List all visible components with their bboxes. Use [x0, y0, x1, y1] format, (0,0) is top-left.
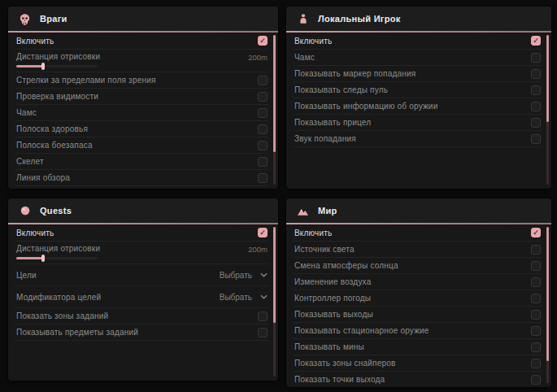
- checkbox[interactable]: [258, 124, 268, 134]
- panel-enemies-header[interactable]: Враги: [8, 7, 278, 31]
- scrollbar-thumb[interactable]: [273, 35, 276, 152]
- checkbox[interactable]: [531, 359, 541, 368]
- setting-row: Показывать маркер попадания: [294, 66, 542, 82]
- scrollbar[interactable]: [546, 227, 549, 383]
- checkbox[interactable]: [531, 326, 541, 336]
- setting-row: Дистанция отрисовки 200m: [15, 50, 268, 72]
- setting-row: Показывать предметы заданий: [15, 324, 268, 341]
- checkbox[interactable]: [531, 53, 541, 63]
- setting-label: Полоска боезапаса: [16, 141, 93, 150]
- panel-body: Включить Дистанция отрисовки 200m Цели В…: [8, 224, 278, 381]
- checkbox[interactable]: [531, 69, 541, 79]
- setting-label: Показать точки выхода: [294, 375, 385, 384]
- scrollbar-thumb[interactable]: [546, 35, 549, 122]
- setting-row: Стрелки за пределами поля зрения: [15, 72, 268, 89]
- setting-label: Включить: [294, 37, 332, 46]
- chevron-down-icon: [260, 272, 268, 277]
- checkbox[interactable]: [531, 342, 541, 352]
- panel-body: Включить Чамс Показывать маркер попадани…: [286, 33, 551, 189]
- checkbox[interactable]: [258, 328, 268, 338]
- dropdown-value: Выбрать: [220, 293, 252, 302]
- setting-row: Контроллер погоды: [294, 290, 542, 307]
- setting-row: Включить: [15, 224, 268, 242]
- checkbox[interactable]: [258, 76, 268, 85]
- setting-row: Включить: [294, 224, 542, 242]
- setting-row: Чамс: [15, 105, 268, 121]
- checkbox[interactable]: [531, 85, 541, 95]
- checkbox[interactable]: [531, 261, 541, 271]
- scrollbar[interactable]: [273, 227, 276, 377]
- setting-row: Включить: [15, 33, 268, 50]
- render-distance-slider[interactable]: [16, 65, 98, 68]
- setting-row: Показывать следы пуль: [15, 186, 268, 189]
- checkbox[interactable]: [258, 311, 268, 321]
- setting-row: Смена атмосферы солнца: [294, 258, 542, 274]
- scrollbar[interactable]: [273, 35, 276, 185]
- slider-value: 200m: [248, 245, 268, 254]
- panel-body: Включить Источник света Смена атмосферы …: [286, 224, 551, 387]
- targets-dropdown[interactable]: Выбрать: [220, 271, 268, 280]
- setting-label: Дистанция отрисовки: [16, 52, 100, 61]
- checkbox[interactable]: [258, 157, 268, 167]
- checkbox[interactable]: [531, 245, 541, 255]
- panel-local-player-header[interactable]: Локальный Игрок: [286, 7, 551, 31]
- setting-label: Полоска здоровья: [16, 124, 88, 133]
- setting-row: Показывать стационарное оружие: [294, 323, 542, 339]
- setting-row: Изменение воздуха: [294, 274, 542, 290]
- checkbox[interactable]: [258, 36, 268, 46]
- checkbox[interactable]: [531, 375, 541, 385]
- setting-row: Показать зоны снайперов: [294, 355, 542, 372]
- checkbox[interactable]: [258, 108, 268, 118]
- checkbox[interactable]: [258, 173, 268, 183]
- checkbox[interactable]: [531, 277, 541, 287]
- slider-fill: [16, 257, 43, 259]
- setting-label: Показывать предметы заданий: [16, 328, 138, 337]
- checkbox[interactable]: [258, 92, 268, 102]
- setting-label: Показывать информацию об оружии: [294, 102, 437, 111]
- checkbox[interactable]: [531, 102, 541, 111]
- chevron-down-icon: [260, 294, 268, 299]
- checkbox[interactable]: [531, 228, 541, 237]
- scrollbar[interactable]: [546, 35, 549, 185]
- setting-row: Показывать информацию об оружии: [294, 98, 542, 115]
- setting-row: Звук попадания: [294, 131, 542, 147]
- skull-icon: [19, 13, 31, 25]
- setting-row: Полоска здоровья: [15, 121, 268, 137]
- panel-quests-header[interactable]: Quests: [8, 198, 278, 223]
- setting-label: Звук попадания: [294, 134, 356, 143]
- setting-label: Контроллер погоды: [294, 294, 371, 303]
- slider-handle[interactable]: [41, 63, 45, 70]
- slider-handle[interactable]: [41, 255, 45, 262]
- checkbox[interactable]: [531, 310, 541, 320]
- setting-row: Чамс: [294, 50, 542, 66]
- setting-row: Показывать мины: [294, 339, 542, 355]
- setting-label: Включить: [16, 229, 54, 237]
- slider-value: 200m: [248, 53, 268, 62]
- scrollbar-thumb[interactable]: [546, 227, 549, 361]
- quest-orb-icon: [19, 205, 31, 217]
- setting-label: Чамс: [16, 108, 37, 117]
- checkbox[interactable]: [531, 134, 541, 144]
- player-icon: [297, 13, 309, 25]
- checkbox[interactable]: [531, 118, 541, 128]
- setting-label: Показывать выходы: [294, 310, 373, 319]
- setting-label: Смена атмосферы солнца: [294, 261, 398, 270]
- setting-label: Проверка видимости: [16, 92, 98, 101]
- panel-local-player: Локальный Игрок Включить Чамс Показывать…: [286, 7, 551, 189]
- scrollbar-thumb[interactable]: [273, 227, 276, 323]
- checkbox[interactable]: [531, 294, 541, 303]
- checkbox[interactable]: [258, 228, 268, 237]
- target-modifiers-dropdown[interactable]: Выбрать: [220, 293, 268, 302]
- checkbox[interactable]: [531, 36, 541, 46]
- panel-title: Мир: [318, 206, 337, 216]
- setting-row: Проверка видимости: [15, 89, 268, 105]
- panel-world-header[interactable]: Мир: [286, 198, 551, 223]
- panel-body: Включить Дистанция отрисовки 200m Стрелк…: [8, 33, 278, 189]
- checkbox[interactable]: [258, 141, 268, 150]
- render-distance-slider[interactable]: [16, 257, 98, 259]
- setting-label: Чамс: [294, 53, 315, 62]
- setting-row: Скелет: [15, 154, 268, 170]
- setting-row: Дистанция отрисовки 200m: [15, 242, 268, 264]
- setting-row: Полоска боезапаса: [15, 137, 268, 154]
- setting-label: Включить: [294, 229, 332, 237]
